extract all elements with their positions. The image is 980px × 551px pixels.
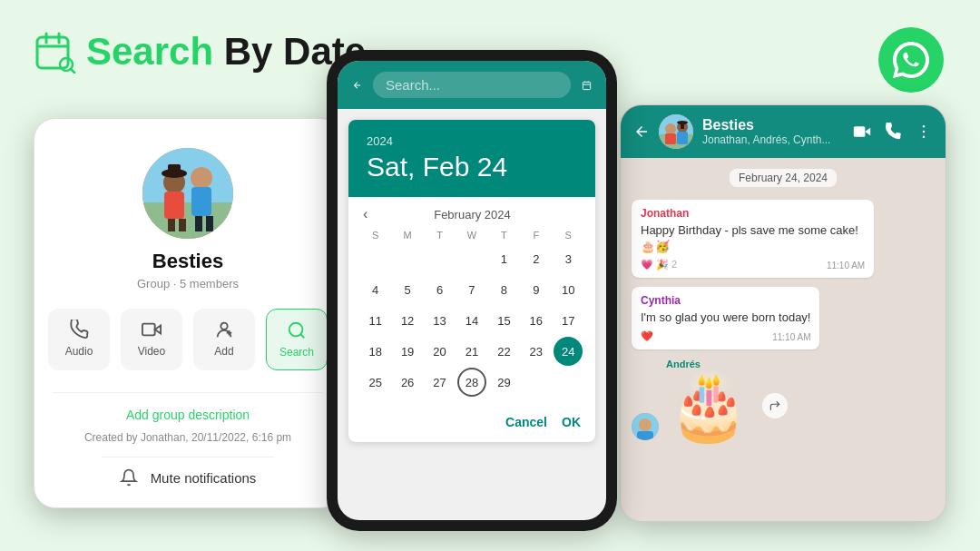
message-andres-row: Andrés 🎂	[632, 359, 935, 440]
cal-day-8[interactable]: 8	[489, 275, 518, 304]
cancel-button[interactable]: Cancel	[505, 415, 547, 429]
video-call-icon[interactable]	[853, 123, 871, 141]
cal-empty	[457, 244, 486, 273]
cal-day-19[interactable]: 19	[393, 337, 422, 366]
svg-point-40	[923, 131, 926, 133]
cal-day-3[interactable]: 3	[554, 244, 583, 273]
chat-action-icons	[853, 123, 933, 141]
group-name: Besties	[152, 250, 223, 273]
cal-day-2[interactable]: 2	[522, 244, 551, 273]
cal-day-29[interactable]: 29	[489, 368, 518, 397]
calendar-header: 2024 Sat, Feb 24	[348, 120, 595, 197]
andres-cake-row: 🎂	[666, 371, 788, 440]
message-time-cynthia: 11:10 AM	[772, 332, 810, 342]
calendar-search-icon	[34, 30, 77, 74]
cal-day-20[interactable]: 20	[426, 337, 455, 366]
forward-button[interactable]	[762, 393, 788, 418]
svg-rect-11	[168, 219, 175, 231]
svg-line-25	[300, 334, 304, 338]
group-profile: Besties Group · 5 members Audio Video Ad…	[34, 119, 341, 508]
cal-day-13[interactable]: 13	[426, 306, 455, 335]
search-button[interactable]: Search	[266, 309, 328, 370]
message-cynthia: Cynthia I'm so glad you were born today!…	[632, 287, 819, 349]
phone-left: Besties Group · 5 members Audio Video Ad…	[34, 118, 342, 508]
prev-month-icon[interactable]: ‹	[363, 206, 368, 222]
message-time-jonathan: 11:10 AM	[827, 261, 865, 271]
phone-middle-inner: 2024 Sat, Feb 24 ‹ February 2024 › S M T…	[338, 61, 606, 520]
phone-middle: 2024 Sat, Feb 24 ‹ February 2024 › S M T…	[327, 50, 617, 531]
cal-day-18[interactable]: 18	[361, 337, 390, 366]
video-button[interactable]: Video	[121, 309, 182, 370]
voice-call-icon[interactable]	[884, 123, 902, 141]
back-chat-icon[interactable]	[633, 123, 650, 140]
cal-day-17[interactable]: 17	[554, 306, 583, 335]
mute-label: Mute notifications	[151, 470, 257, 486]
cal-day-12[interactable]: 12	[393, 306, 422, 335]
bell-icon	[120, 468, 138, 487]
svg-point-32	[665, 123, 676, 134]
svg-point-15	[191, 167, 212, 189]
cal-day-5[interactable]: 5	[393, 275, 422, 304]
days-of-week: S M T W T F S	[359, 230, 584, 241]
title-area: Search By Date	[34, 30, 366, 74]
back-icon[interactable]	[352, 76, 362, 94]
sender-jonathan: Jonathan	[641, 207, 865, 220]
svg-rect-17	[195, 216, 202, 231]
sender-cynthia: Cynthia	[641, 294, 810, 307]
divider	[53, 392, 323, 393]
chat-header: Besties Jonathan, Andrés, Cynth...	[621, 105, 946, 158]
add-button[interactable]: Add	[193, 309, 255, 370]
cal-empty	[393, 244, 422, 273]
calendar-grid: S M T W T F S 1 2 3	[348, 226, 595, 408]
more-options-icon[interactable]	[915, 123, 933, 141]
svg-marker-19	[155, 325, 161, 333]
cal-day-10[interactable]: 10	[554, 275, 583, 304]
cake-emoji: 🎂	[666, 371, 751, 440]
chat-avatar	[659, 114, 693, 149]
cal-day-22[interactable]: 22	[489, 337, 518, 366]
calendar-days: 1 2 3 4 5 6 7 8 9 10 11 12 13 14 15	[359, 244, 584, 397]
calendar-nav: ‹ February 2024 ›	[348, 197, 595, 226]
video-label: Video	[138, 345, 165, 358]
cal-day-4[interactable]: 4	[361, 275, 390, 304]
calendar-icon[interactable]	[582, 76, 592, 94]
cal-day-16[interactable]: 16	[522, 306, 551, 335]
svg-rect-35	[677, 132, 688, 144]
svg-point-41	[923, 136, 926, 139]
message-jonathan: Jonathan Happy Birthday - pls save me so…	[632, 200, 874, 278]
cal-day-14[interactable]: 14	[457, 306, 486, 335]
group-description[interactable]: Add group description	[108, 400, 268, 429]
audio-button[interactable]: Audio	[48, 309, 110, 370]
cal-day-28[interactable]: 28	[457, 368, 486, 397]
sender-andres: Andrés	[666, 359, 788, 369]
cal-day-15[interactable]: 15	[489, 306, 518, 335]
cal-day-24[interactable]: 24	[554, 337, 583, 366]
message-text-cynthia: I'm so glad you were born today!	[641, 310, 810, 326]
group-meta: Group · 5 members	[137, 277, 239, 290]
svg-rect-18	[206, 216, 213, 231]
svg-rect-33	[665, 133, 676, 144]
calendar-actions: Cancel OK	[348, 408, 595, 442]
cal-day-21[interactable]: 21	[457, 337, 486, 366]
chat-header-info: Besties Jonathan, Andrés, Cynth...	[702, 117, 844, 146]
cal-day-25[interactable]: 25	[361, 368, 390, 397]
chat-subtitle: Jonathan, Andrés, Cynth...	[702, 133, 844, 146]
cal-day-1[interactable]: 1	[489, 244, 518, 273]
cal-day-6[interactable]: 6	[426, 275, 455, 304]
search-input[interactable]	[373, 72, 571, 98]
svg-point-43	[639, 418, 652, 431]
message-text-jonathan: Happy Birthday - pls save me some cake! …	[641, 222, 865, 255]
calendar-year: 2024	[367, 134, 577, 148]
cal-day-7[interactable]: 7	[457, 275, 486, 304]
svg-rect-0	[37, 37, 68, 68]
svg-rect-14	[168, 164, 181, 175]
search-label: Search	[279, 346, 314, 359]
cal-day-9[interactable]: 9	[522, 275, 551, 304]
cal-day-27[interactable]: 27	[426, 368, 455, 397]
mute-row: Mute notifications	[102, 457, 275, 497]
ok-button[interactable]: OK	[562, 415, 581, 429]
cal-day-26[interactable]: 26	[393, 368, 422, 397]
cal-day-11[interactable]: 11	[361, 306, 390, 335]
chat-date-label: February 24, 2024	[730, 169, 837, 187]
cal-day-23[interactable]: 23	[522, 337, 551, 366]
